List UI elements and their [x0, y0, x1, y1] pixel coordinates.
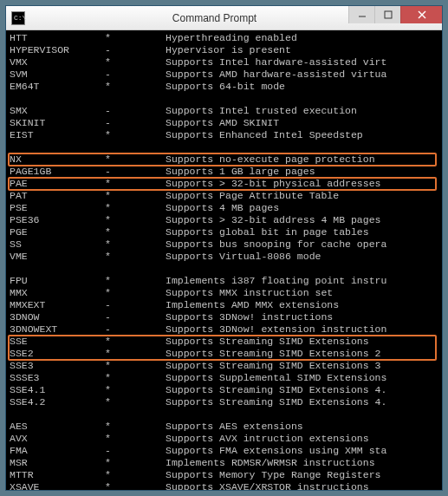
feature-flag: * [105, 153, 166, 166]
feature-name: XSAVE [10, 481, 105, 490]
output-row: PAGE1GB-Supports 1 GB large pages [10, 166, 442, 178]
feature-name: SSE4.2 [10, 396, 105, 408]
feature-desc: Supports > 32-bit address 4 MB pages [166, 214, 380, 226]
feature-name: MMX [10, 287, 105, 299]
feature-desc: Supports Intel trusted execution [166, 105, 357, 117]
feature-desc: Supports XSAVE/XRSTOR instructions [166, 481, 369, 490]
feature-name: MTTR [10, 469, 105, 481]
feature-name: SSE2 [10, 348, 105, 360]
feature-name: PAE [10, 178, 105, 190]
feature-desc: Supports Streaming SIMD Extensions [166, 336, 369, 348]
feature-desc: Supports Streaming SIMD Extensions 4. [166, 384, 386, 396]
command-prompt-window: C:\ Command Prompt HTT*Hyperthreading en… [5, 5, 443, 491]
output-row: MSR*Implements RDMSR/WRMSR instructions [10, 457, 442, 469]
output-row: PSE*Supports 4 MB pages [10, 202, 442, 214]
feature-flag: * [105, 372, 166, 384]
feature-flag: * [105, 348, 166, 360]
feature-flag: * [105, 129, 166, 141]
maximize-icon [384, 10, 393, 19]
window-controls [348, 6, 442, 23]
feature-flag: * [105, 214, 166, 226]
feature-desc: Supports AMD hardware-assisted virtua [166, 69, 386, 81]
feature-flag: - [105, 69, 166, 81]
feature-flag: * [105, 190, 166, 202]
feature-flag: * [105, 226, 166, 238]
feature-name: PAT [10, 190, 105, 202]
close-button[interactable] [400, 6, 442, 23]
feature-desc: Supports Enhanced Intel Speedstep [166, 129, 363, 141]
output-row: SSSE3*Supports Supplemental SIMD Extensi… [10, 372, 442, 384]
output-row: FMA-Supports FMA extensions using XMM st… [10, 445, 442, 457]
output-row: HTT*Hyperthreading enabled [10, 32, 442, 44]
output-row: FPU*Implements i387 floating point instr… [10, 275, 442, 287]
feature-desc: Supports AMD SKINIT [166, 117, 279, 129]
feature-name: FMA [10, 445, 105, 457]
feature-name: SSE3 [10, 360, 105, 372]
feature-name: SSSE3 [10, 372, 105, 384]
output-row: VME*Supports Virtual-8086 mode [10, 251, 442, 263]
feature-flag: - [105, 44, 166, 56]
feature-name: 3DNOW [10, 311, 105, 323]
maximize-button[interactable] [374, 6, 400, 23]
feature-desc: Supports Streaming SIMD Extensions 4. [166, 396, 386, 408]
feature-name: AVX [10, 433, 105, 445]
minimize-button[interactable] [348, 6, 374, 23]
feature-name: SKINIT [10, 117, 105, 129]
output-row: EIST*Supports Enhanced Intel Speedstep [10, 129, 442, 141]
feature-name: HYPERVISOR [10, 44, 105, 56]
feature-flag: * [105, 433, 166, 445]
output-row: 3DNOWEXT-Supports 3DNow! extension instr… [10, 323, 442, 336]
feature-desc: Supports > 32-bit physical addresses [166, 178, 380, 190]
output-row: AVX*Supports AVX intruction extensions [10, 433, 442, 445]
feature-flag: * [105, 384, 166, 396]
feature-name: MSR [10, 457, 105, 469]
feature-flag: - [105, 311, 166, 323]
output-row: PAT*Supports Page Attribute Table [10, 190, 442, 202]
output-row: 3DNOW-Supports 3DNow! instructions [10, 311, 442, 323]
output-row: SS*Supports bus snooping for cache opera [10, 238, 442, 251]
feature-desc: Supports global bit in page tables [166, 226, 369, 238]
feature-name: PGE [10, 226, 105, 238]
feature-flag: * [105, 481, 166, 490]
feature-name: EIST [10, 129, 105, 141]
feature-flag: - [105, 117, 166, 129]
feature-name: SSE [10, 336, 105, 348]
feature-name: PAGE1GB [10, 166, 105, 178]
feature-name: 3DNOWEXT [10, 323, 105, 336]
output-row: PAE*Supports > 32-bit physical addresses [10, 178, 442, 190]
titlebar[interactable]: C:\ Command Prompt [6, 6, 442, 30]
feature-desc: Supports bus snooping for cache opera [166, 238, 386, 251]
feature-desc: Supports 4 MB pages [166, 202, 279, 214]
feature-desc: Hypervisor is present [166, 44, 291, 56]
feature-flag: * [105, 56, 166, 69]
output-row: VMX*Supports Intel hardware-assisted vir… [10, 56, 442, 69]
output-row: NX*Supports no-execute page protection [10, 153, 442, 166]
feature-flag: * [105, 178, 166, 190]
feature-desc: Supports Supplemental SIMD Extensions [166, 372, 386, 384]
output-row: SSE2*Supports Streaming SIMD Extensions … [10, 348, 442, 360]
console-output[interactable]: HTT*Hyperthreading enabledHYPERVISOR-Hyp… [6, 30, 442, 490]
feature-flag: * [105, 202, 166, 214]
blank-line [10, 93, 442, 105]
feature-flag: * [105, 360, 166, 372]
feature-desc: Implements i387 floating point instru [166, 275, 386, 287]
output-row: XSAVE*Supports XSAVE/XRSTOR instructions [10, 481, 442, 490]
feature-desc: Implements RDMSR/WRMSR instructions [166, 457, 375, 469]
feature-desc: Implements AMD MMX extensions [166, 299, 339, 311]
feature-name: NX [10, 153, 105, 166]
svg-rect-1 [385, 11, 392, 18]
feature-name: VME [10, 251, 105, 263]
minimize-icon [358, 10, 367, 19]
feature-desc: Supports AVX intruction extensions [166, 433, 369, 445]
output-row: PSE36*Supports > 32-bit address 4 MB pag… [10, 214, 442, 226]
feature-name: VMX [10, 56, 105, 69]
feature-name: MMXEXT [10, 299, 105, 311]
feature-desc: Supports 3DNow! extension instruction [166, 323, 386, 336]
cmd-icon: C:\ [11, 11, 25, 25]
output-row: SSE4.2*Supports Streaming SIMD Extension… [10, 396, 442, 408]
output-row: PGE*Supports global bit in page tables [10, 226, 442, 238]
output-row: SSE4.1*Supports Streaming SIMD Extension… [10, 384, 442, 396]
output-row: MTTR*Supports Memory Type Range Register… [10, 469, 442, 481]
feature-flag: - [105, 166, 166, 178]
output-row: SMX-Supports Intel trusted execution [10, 105, 442, 117]
